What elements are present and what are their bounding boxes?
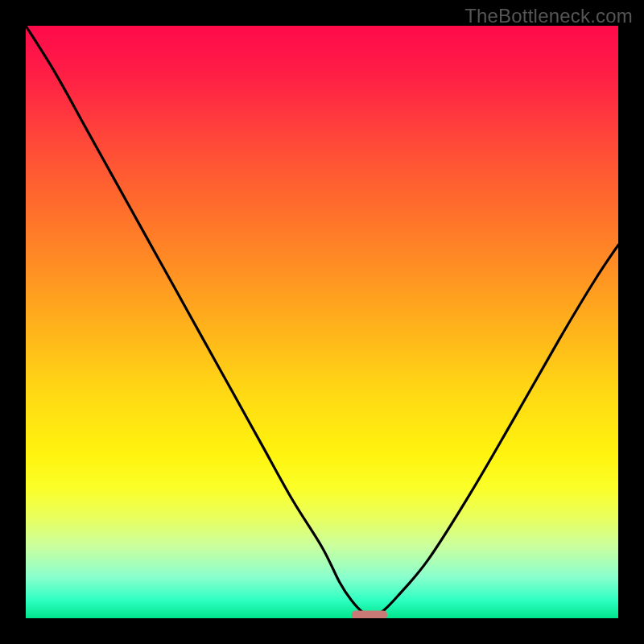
- curve-path: [26, 26, 618, 615]
- chart-frame: TheBottleneck.com: [0, 0, 644, 644]
- watermark-text: TheBottleneck.com: [464, 5, 633, 27]
- optimum-marker: [352, 610, 387, 618]
- plot-area: [26, 26, 618, 618]
- bottleneck-curve: [26, 26, 618, 618]
